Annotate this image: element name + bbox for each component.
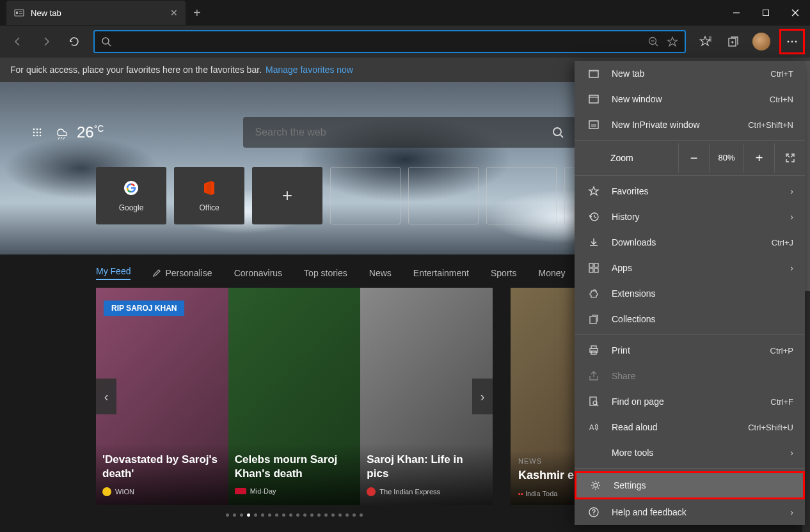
carousel-next-button[interactable]: ›	[472, 379, 493, 414]
favorites-button[interactable]	[692, 29, 718, 54]
story-source: The Indian Express	[379, 488, 440, 496]
tile-google[interactable]: Google	[96, 167, 166, 224]
zoom-in-button[interactable]: +	[743, 143, 774, 173]
tile-empty[interactable]	[486, 167, 557, 224]
new-tab-button[interactable]: +	[193, 6, 201, 20]
close-window-button[interactable]	[781, 0, 810, 26]
favorites-bar-hint: For quick access, place your favorites h…	[10, 65, 262, 75]
read-aloud-icon: A	[586, 421, 601, 433]
feed-tab-entertainment[interactable]: Entertainment	[413, 268, 469, 278]
chevron-right-icon: ›	[790, 263, 793, 273]
profile-avatar[interactable]	[752, 33, 770, 51]
close-tab-icon[interactable]: ✕	[170, 8, 178, 18]
menu-label: New window	[612, 94, 770, 104]
new-tab-icon	[586, 68, 601, 79]
story-title: 'Devastated by Saroj's death'	[102, 453, 222, 481]
help-icon	[586, 506, 601, 518]
menu-new-window[interactable]: New window Ctrl+N	[575, 86, 805, 112]
search-icon[interactable]	[552, 126, 564, 139]
collections-icon	[586, 313, 601, 325]
svg-rect-42	[591, 124, 596, 127]
menu-label: Favorites	[612, 186, 790, 196]
svg-point-30	[40, 135, 42, 137]
menu-history[interactable]: History ›	[575, 204, 805, 230]
story-caption: Saroj Khan: Life in pics The Indian Expr…	[360, 444, 493, 505]
menu-apps[interactable]: Apps ›	[575, 255, 805, 281]
minimize-button[interactable]	[722, 0, 751, 26]
manage-favorites-link[interactable]: Manage favorites now	[266, 65, 353, 75]
download-icon	[586, 237, 601, 248]
favorite-star-icon[interactable]	[667, 36, 678, 47]
address-bar[interactable]	[93, 30, 686, 53]
back-button[interactable]	[5, 29, 31, 54]
story-source: India Toda	[525, 490, 558, 497]
svg-point-27	[40, 132, 42, 134]
feed-tab-sports[interactable]: Sports	[491, 268, 516, 278]
zoom-out-button[interactable]: −	[678, 143, 709, 173]
address-input[interactable]	[119, 36, 640, 47]
menu-new-tab[interactable]: New tab Ctrl+T	[575, 61, 805, 86]
menu-shortcut: Ctrl+Shift+N	[748, 120, 793, 130]
zoom-indicator-icon[interactable]	[647, 36, 659, 47]
menu-new-inprivate[interactable]: New InPrivate window Ctrl+Shift+N	[575, 112, 805, 137]
menu-favorites[interactable]: Favorites ›	[575, 178, 805, 204]
svg-rect-1	[16, 12, 18, 14]
tab-favicon-icon	[14, 8, 24, 18]
google-icon	[122, 179, 140, 197]
feed-tab-myfeed[interactable]: My Feed	[96, 266, 131, 280]
feed-tab-coronavirus[interactable]: Coronavirus	[234, 268, 282, 278]
menu-shortcut: Ctrl+F	[770, 397, 793, 407]
svg-point-28	[33, 135, 35, 137]
tile-empty[interactable]	[408, 167, 479, 224]
menu-help[interactable]: Help and feedback ›	[575, 499, 805, 525]
svg-point-23	[36, 129, 38, 130]
menu-find[interactable]: Find on page Ctrl+F	[575, 389, 805, 414]
feed-tab-news[interactable]: News	[369, 268, 392, 278]
menu-label: Downloads	[612, 237, 772, 247]
tile-empty[interactable]	[330, 167, 401, 224]
menu-downloads[interactable]: Downloads Ctrl+J	[575, 230, 805, 255]
refresh-button[interactable]	[61, 29, 87, 54]
app-launcher-icon[interactable]	[32, 127, 42, 137]
more-menu-button[interactable]	[779, 29, 805, 54]
menu-zoom: Zoom − 80% +	[575, 143, 805, 173]
menu-label: New InPrivate window	[612, 120, 748, 130]
svg-point-25	[33, 132, 35, 134]
star-icon	[586, 185, 601, 197]
tile-office[interactable]: Office	[174, 167, 244, 224]
feed-tab-money[interactable]: Money	[538, 268, 565, 278]
fullscreen-button[interactable]	[774, 143, 805, 173]
svg-point-58	[593, 514, 594, 515]
menu-settings[interactable]: Settings	[575, 471, 805, 499]
menu-label: Extensions	[612, 288, 793, 299]
menu-label: Settings	[614, 480, 791, 490]
weather-widget[interactable]: 26°C	[54, 123, 104, 141]
menu-extensions[interactable]: Extensions	[575, 281, 805, 306]
feed-tab-personalise[interactable]: Personalise	[152, 268, 212, 278]
menu-more-tools[interactable]: More tools ›	[575, 440, 805, 465]
menu-read-aloud[interactable]: A Read aloud Ctrl+Shift+U	[575, 414, 805, 440]
menu-print[interactable]: Print Ctrl+P	[575, 338, 805, 363]
browser-tab[interactable]: New tab ✕	[6, 1, 186, 25]
svg-point-22	[33, 129, 35, 130]
menu-label: Apps	[612, 263, 790, 273]
menu-collections[interactable]: Collections	[575, 306, 805, 332]
feed-tab-topstories[interactable]: Top stories	[304, 268, 347, 278]
forward-button[interactable]	[33, 29, 59, 54]
toolbar	[0, 26, 810, 58]
hero-search-input[interactable]	[255, 127, 552, 138]
svg-point-24	[40, 129, 42, 130]
svg-rect-3	[19, 13, 22, 14]
plus-icon: +	[282, 185, 292, 206]
hero-search-bar[interactable]	[243, 117, 576, 148]
menu-label: New tab	[612, 68, 770, 79]
svg-text:A: A	[589, 423, 594, 431]
story-caption: Celebs mourn Saroj Khan's death Mid-Day	[228, 444, 361, 505]
menu-label: Find on page	[612, 396, 770, 407]
collections-button[interactable]	[720, 29, 746, 54]
tile-add[interactable]: +	[252, 167, 322, 224]
svg-line-32	[61, 137, 62, 139]
maximize-button[interactable]	[751, 0, 781, 26]
extension-icon	[586, 288, 601, 299]
carousel-prev-button[interactable]: ‹	[96, 379, 116, 414]
